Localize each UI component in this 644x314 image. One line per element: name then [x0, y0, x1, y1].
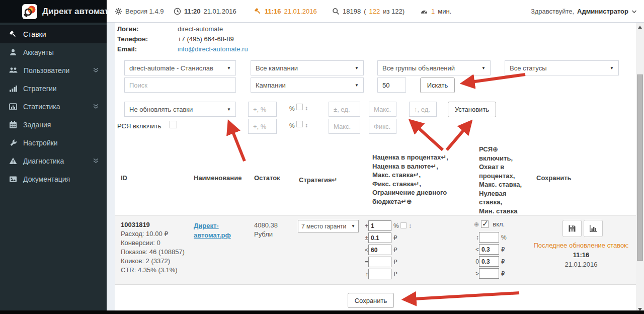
calendar-icon	[9, 121, 17, 129]
col-header-save: Сохранить	[536, 174, 572, 183]
rsya-enable-label: РСЯ включить	[117, 122, 161, 130]
version-indicator: Версия 1.4.9	[115, 0, 164, 23]
markup-percent-mode-checkbox[interactable]	[400, 222, 407, 228]
floppy-icon	[568, 224, 576, 232]
campaign-stat: Конверсии: 0	[121, 239, 185, 248]
apply-bids-button[interactable]: Установить	[448, 102, 496, 117]
updown-arrows-icon: ↕	[305, 105, 308, 112]
campaign-stat: Расход: 10.00 ₽	[121, 229, 185, 239]
rsya-coverage-input[interactable]	[479, 232, 499, 243]
rsya-percent-mode-checkbox[interactable]	[296, 121, 303, 127]
search-markup-percent-input[interactable]	[248, 102, 277, 117]
user-icon	[9, 48, 17, 56]
max-bid-input[interactable]	[368, 245, 391, 255]
bar-chart-icon	[589, 224, 597, 232]
col-header-rsya: РСЯ⊕включить,Охват впроцентах, Макс. ста…	[479, 145, 522, 215]
last-bid-update-indicator: 11:16 21.01.2016	[254, 0, 317, 23]
search-markup-unit-input[interactable]	[329, 102, 360, 117]
rsya-max-bid-input[interactable]	[329, 119, 360, 134]
magnifier-icon	[332, 8, 340, 15]
clock-icon	[174, 8, 181, 15]
gavel-icon	[254, 8, 262, 15]
search-input[interactable]	[124, 77, 236, 93]
signal-bars-icon	[9, 85, 17, 93]
campaign-stat: Кликов: 2 (3372)	[121, 257, 185, 266]
sidebar-item-strategies[interactable]: Стратегии	[0, 80, 107, 98]
caret-down-icon: ▼	[227, 107, 231, 112]
fixed-bid-input[interactable]	[368, 257, 391, 267]
sidebar-item-label: Задания	[23, 121, 51, 129]
col-header-balance: Остаток	[254, 174, 280, 183]
gear-icon	[115, 8, 122, 15]
row-save-button[interactable]	[562, 220, 582, 237]
search-max-bid-input[interactable]	[369, 102, 396, 117]
queue-value: 1	[431, 8, 435, 15]
sidebar-item-label: Документация	[23, 175, 70, 183]
sidebar-item-label: Аккаунты	[23, 48, 54, 56]
sidebar-item-label: Диагностика	[23, 157, 64, 165]
level-select[interactable]: Кампании▼	[251, 77, 364, 93]
rsya-min-bid-input[interactable]	[479, 268, 499, 279]
daily-budget-input[interactable]	[368, 269, 391, 279]
sidebar-item-label: Пользователи	[24, 66, 69, 74]
percent-label: %	[289, 122, 295, 129]
caret-down-icon: ▼	[227, 66, 231, 70]
brand-logo[interactable]: Директ автомат	[0, 0, 107, 23]
strategy-select[interactable]: 7 место гаранти▼	[298, 220, 359, 232]
campaign-stat: Показов: 46 (108857)	[121, 248, 185, 257]
adgroup-filter-select[interactable]: Все группы объявлений▼	[377, 60, 491, 75]
user-menu[interactable]: Здравствуйте, Администратор	[531, 0, 637, 23]
rsya-markup-percent-input[interactable]	[248, 119, 277, 134]
last-bid-time: 11:16	[265, 8, 281, 15]
markup-currency-input[interactable]	[368, 232, 391, 243]
sidebar-item-statistics[interactable]: Статистика	[0, 98, 107, 116]
limit-input[interactable]	[377, 77, 406, 93]
greeting-text: Здравствуйте,	[531, 8, 574, 15]
account-select[interactable]: direct-automate - Станислав▼	[124, 60, 236, 75]
campaign-filter-select[interactable]: Все кампании▼	[251, 60, 364, 75]
rsya-max-bid-input[interactable]	[479, 244, 499, 255]
bid-update-mode-select[interactable]: Не обновлять ставки▼	[124, 102, 236, 117]
scroll-up-arrow-icon[interactable]	[638, 26, 642, 29]
rsya-on-checkbox[interactable]	[481, 220, 489, 228]
vertical-scrollbar[interactable]	[636, 23, 644, 314]
save-all-button[interactable]: Сохранить	[348, 293, 394, 308]
search-raise-unit-input[interactable]	[409, 102, 437, 117]
sidebar-item-documentation[interactable]: Документация	[0, 170, 107, 188]
queue-unit: мин.	[438, 8, 451, 15]
scrollbar-thumb[interactable]	[637, 74, 643, 261]
sidebar-item-accounts[interactable]: Аккаунты	[0, 43, 107, 61]
search-button[interactable]: Искать	[420, 77, 455, 93]
sidebar-item-diagnostics[interactable]: Диагностика	[0, 152, 107, 170]
caret-down-icon: ▼	[355, 66, 359, 70]
status-filter-select[interactable]: Все статусы▼	[505, 60, 619, 75]
bottom-bar	[0, 310, 644, 314]
rsya-fixed-bid-input[interactable]	[369, 119, 396, 134]
campaign-name-link[interactable]: Директ-автомат.рф	[194, 221, 231, 240]
table-row-campaign-cell: 10031819 Расход: 10.00 ₽ Конверсии: 0 По…	[121, 220, 185, 275]
phone-label: Телефон:	[117, 35, 148, 43]
brand-title: Директ автомат	[42, 7, 109, 17]
markup-percent-input[interactable]	[368, 220, 391, 231]
phone-link[interactable]: +7 (495) 664-68-89	[178, 35, 234, 43]
email-link[interactable]: info@direct-automate.ru	[178, 45, 248, 53]
percent-mode-checkbox[interactable]	[296, 104, 303, 110]
login-label: Логин:	[117, 25, 139, 33]
rsya-zero-bid-input[interactable]	[479, 256, 499, 267]
plus-circle-icon: ⊕	[473, 221, 479, 228]
sidebar-item-tasks[interactable]: Задания	[0, 116, 107, 134]
username: Администратор	[577, 8, 628, 15]
app-window: Директ автомат Версия 1.4.9 11:20 21.01.…	[0, 0, 644, 314]
chevron-double-down-icon	[93, 157, 99, 165]
login-value: direct-automate	[178, 25, 223, 33]
rsya-enable-checkbox[interactable]	[170, 121, 177, 128]
sidebar-item-settings[interactable]: Настройки	[0, 134, 107, 152]
image-icon	[9, 175, 17, 183]
balance-currency: Рубли	[254, 230, 278, 239]
sidebar-item-users[interactable]: Пользователи	[0, 61, 107, 80]
rsya-inputs-cell: ⊕ вкл. ↕% <₽ 0₽ >₽	[473, 220, 507, 280]
version-label: Версия 1.4.9	[125, 8, 164, 15]
sidebar-item-label: Статистика	[23, 103, 60, 111]
row-statistics-button[interactable]	[584, 220, 603, 237]
sidebar-item-bids[interactable]: Ставки	[0, 25, 107, 43]
